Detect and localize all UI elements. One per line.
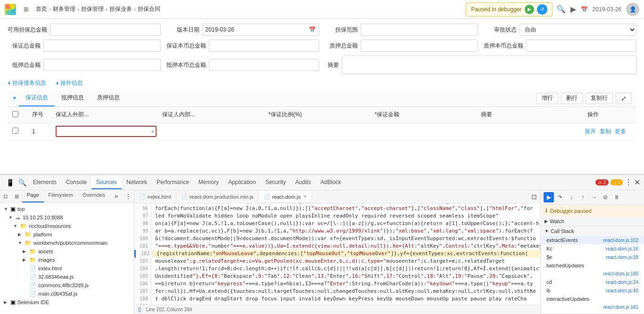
tab-memory[interactable]: Memory	[194, 176, 223, 189]
tab-pledge-info[interactable]: 质押信息	[91, 90, 126, 106]
select-approval-status[interactable]: 自由	[520, 24, 637, 36]
subtab-overrides[interactable]: Overrides	[78, 190, 110, 202]
tree-item-server[interactable]: ▼ ☁ 10.10.25.10:8088	[0, 213, 134, 222]
tab-adblock[interactable]: AdBlock	[316, 176, 346, 189]
check-row-1[interactable]	[12, 128, 18, 134]
pause-exceptions-button[interactable]: ⏸	[611, 192, 622, 202]
step-out-button[interactable]: ↑	[578, 192, 588, 202]
breadcrumb-l2[interactable]: 担保管理	[81, 5, 104, 13]
step-into-button[interactable]: ↓	[566, 192, 577, 202]
close-icon[interactable]: ✕	[634, 178, 640, 187]
tree-item-js-1[interactable]: 📄 32.68346eaa.js	[0, 273, 134, 281]
input-pledge-currency[interactable]	[526, 40, 637, 52]
input-guarantor-external[interactable]: ▾	[56, 126, 157, 137]
tab-performance[interactable]: Performance	[152, 176, 194, 189]
resume-button[interactable]: ▶	[525, 5, 534, 14]
call-stack-item-1[interactable]: Kcreact-dom.js:16	[541, 244, 644, 253]
call-stack-item-4[interactable]: react-dom.js:180	[541, 270, 644, 278]
input-guarantee-total[interactable]	[43, 40, 161, 52]
calendar-icon: 📅	[581, 6, 588, 13]
devtools-device-icon[interactable]: 📱	[4, 177, 16, 189]
calendar-picker-icon[interactable]: 📅	[309, 26, 316, 33]
tab-guarantee-info[interactable]: 保证信息	[19, 90, 55, 106]
copy-row-button[interactable]: 复制行	[586, 93, 613, 104]
tree-item-selenium[interactable]: ▶ ▣ Selenium IDE	[0, 298, 134, 306]
devtools-panel: 📱 🔍 Elements Console Sources Network Per…	[0, 174, 644, 314]
tab-application[interactable]: Application	[223, 176, 261, 189]
breadcrumb-l3[interactable]: 担保业务	[109, 5, 132, 13]
call-stack-item-0[interactable]: extractEventsreact-dom.js:102	[541, 236, 644, 244]
curly-brace-icon[interactable]: {}	[138, 307, 141, 312]
check-all[interactable]	[12, 111, 18, 117]
tree-item-images[interactable]: ▶ 📁 images	[0, 256, 134, 264]
search-icon[interactable]: 🔍	[556, 5, 566, 14]
code-tab-index[interactable]: 📄 index.html	[134, 192, 176, 201]
watch-header[interactable]: ▶ Watch	[541, 217, 644, 226]
more-row-link[interactable]: 更多	[615, 128, 626, 136]
devtools-inspect-icon[interactable]: 🔍	[16, 177, 28, 189]
call-stack-item-5[interactable]: cdreact-dom.js:24	[541, 278, 644, 286]
tree-item-top[interactable]: ▼ ▣ top	[0, 205, 134, 213]
code-nav-back-icon[interactable]: ⊡	[528, 191, 540, 203]
tree-label-workbench: workbench/public/common/main	[33, 240, 107, 246]
step-over-button[interactable]: ↺	[537, 4, 547, 15]
sources-menu-icon[interactable]: ⋮	[123, 190, 134, 202]
sources-icon-1[interactable]: ⊡	[0, 190, 11, 202]
tab-elements[interactable]: Elements	[28, 176, 61, 189]
input-mortgage-currency[interactable]	[209, 59, 320, 71]
subtab-filesystem[interactable]: Filesystem	[44, 190, 78, 202]
deactivate-breakpoints-button[interactable]: ⊘	[600, 192, 611, 202]
code-tab-react[interactable]: 📄 react-dom.js ✕	[259, 192, 313, 201]
tab-audits[interactable]: Audits	[290, 176, 315, 189]
code-tab-react-prod[interactable]: 📄 react-dom.production.min.js	[176, 192, 259, 201]
expand-button[interactable]: ⤢	[616, 93, 632, 104]
tab-dropdown[interactable]: 抵押信息 外部单位 内部单位	[55, 90, 91, 106]
tree-item-assets[interactable]: ▶ 📁 assets	[0, 247, 134, 256]
add-row-button[interactable]: 增行	[537, 93, 558, 104]
input-pledge-total[interactable]	[361, 40, 478, 52]
tab-console[interactable]: Console	[61, 176, 91, 189]
breadcrumb-l1[interactable]: 财务管理	[53, 5, 75, 13]
play-icon[interactable]: ▶	[570, 5, 576, 14]
tab-security[interactable]: Security	[261, 176, 290, 189]
call-stack-item-7[interactable]: interactiveUpdates	[541, 295, 644, 303]
expand-row-link[interactable]: 展开	[585, 128, 596, 136]
label-summary: 摘要	[325, 61, 339, 69]
more-icon[interactable]: ⋮	[625, 178, 632, 187]
tab-network[interactable]: Network	[122, 176, 152, 189]
input-mortgage-total[interactable]	[43, 59, 161, 71]
input-available-guarantee[interactable]	[50, 24, 161, 36]
tree-item-workbench[interactable]: ▼ 📁 workbench/public/common/main	[0, 239, 134, 247]
call-stack-item-3[interactable]: batchedUpdates	[541, 261, 644, 270]
tree-item-nccloud[interactable]: ▼ 📁 nccloud/resources	[0, 222, 134, 230]
tree-item-index-html[interactable]: 📄 index.html	[0, 264, 134, 273]
avatar[interactable]: 👤	[626, 3, 639, 16]
input-version-date[interactable]: 2019-03-26 📅	[202, 24, 320, 36]
copy-row-link[interactable]: 复制	[600, 128, 611, 136]
guarantee-debt-link[interactable]: + 担保债务信息	[8, 79, 46, 87]
step-button[interactable]: →	[589, 192, 599, 202]
tab-sources[interactable]: Sources	[91, 176, 122, 189]
delete-row-button[interactable]: 删行	[561, 93, 583, 104]
input-guarantee-currency[interactable]	[209, 40, 320, 52]
breadcrumb-home[interactable]: 首页	[36, 5, 47, 13]
sources-icon-2[interactable]: ⊞	[11, 190, 22, 202]
label-guarantee-scope: 担保范围	[325, 26, 358, 34]
input-guarantee-scope[interactable]	[361, 24, 478, 36]
textarea-summary[interactable]	[342, 56, 636, 74]
call-stack-item-8[interactable]: react-dom.js:181	[541, 303, 644, 311]
tree-item-js-2[interactable]: 📄 commons.4f8c32d9.js	[0, 281, 134, 290]
call-stack-item-6[interactable]: ibreact-dom.js:40	[541, 286, 644, 295]
tree-item-platform[interactable]: ▶ 📁 platform	[0, 230, 134, 239]
operation-info-link[interactable]: + 操作信息	[56, 79, 83, 87]
nav-icon[interactable]: ⊞	[20, 3, 32, 16]
step-over-button[interactable]: ↷	[555, 192, 565, 202]
subtab-more[interactable]: »	[110, 190, 123, 202]
close-tab-icon[interactable]: ✕	[303, 194, 307, 199]
call-stack-item-2[interactable]: $ereact-dom.js:39	[541, 253, 644, 261]
call-stack-header[interactable]: ▼ Call Stack	[541, 226, 644, 236]
tree-item-js-3[interactable]: 📄 main.c0b435af.js	[0, 290, 134, 298]
dropdown-arrow-icon[interactable]: ▾	[151, 129, 154, 134]
resume-debugger-button[interactable]: ▶	[544, 192, 554, 202]
subtab-page[interactable]: Page	[22, 190, 44, 202]
